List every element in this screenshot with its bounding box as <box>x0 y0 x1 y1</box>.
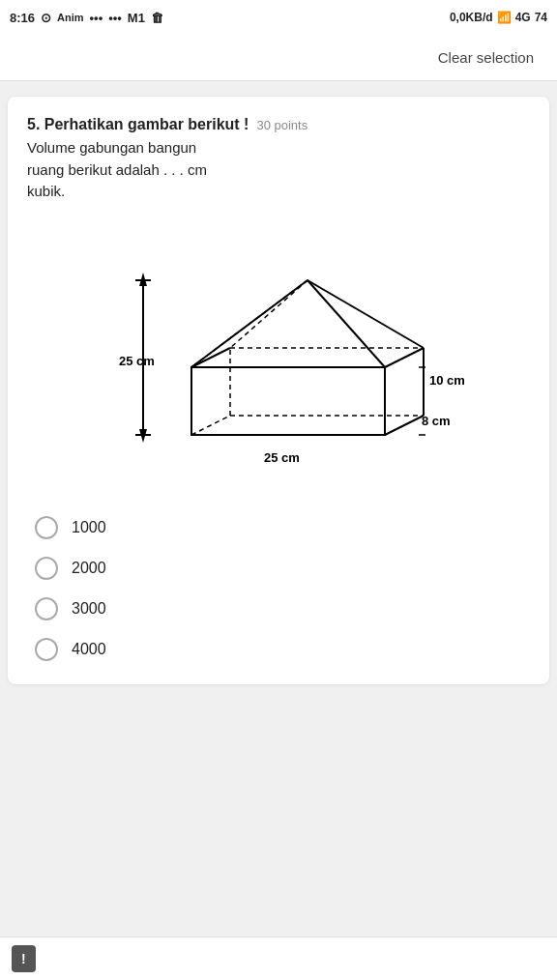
status-right: 0,0KB/d 📶 4G 74 <box>450 11 547 24</box>
svg-rect-9 <box>191 367 385 435</box>
radio-3000[interactable] <box>35 597 58 620</box>
radio-4000[interactable] <box>35 638 58 661</box>
svg-line-15 <box>308 280 385 367</box>
status-time: 8:16 <box>10 11 35 25</box>
separator <box>0 81 557 97</box>
status-icon-dots1: ••• <box>90 11 103 25</box>
question-title-text: Perhatikan gambar berikut ! <box>44 116 249 132</box>
svg-line-11 <box>385 416 424 435</box>
question-number: 5. <box>27 116 40 132</box>
help-button[interactable]: ! <box>12 945 36 972</box>
clear-selection-button[interactable]: Clear selection <box>430 45 542 70</box>
question-card: 5. Perhatikan gambar berikut ! 30 points… <box>8 97 549 684</box>
question-body-line1: Volume gabungan bangun <box>27 139 196 156</box>
status-icon-trash: 🗑 <box>151 11 163 25</box>
label-8cm: 8 cm <box>422 414 451 428</box>
option-label-1000: 1000 <box>72 519 106 536</box>
status-icon-m1: M1 <box>128 11 145 25</box>
question-body-line3: kubik. <box>27 183 65 199</box>
question-header: 5. Perhatikan gambar berikut ! 30 points <box>27 116 530 133</box>
status-icon-whatsapp: ⊙ <box>41 11 51 25</box>
geometry-diagram: 25 cm <box>114 222 443 493</box>
top-action-bar: Clear selection <box>0 35 557 81</box>
question-points: 30 points <box>256 118 308 132</box>
label-25cm-bottom: 25 cm <box>264 450 300 465</box>
svg-line-6 <box>191 416 230 435</box>
radio-1000[interactable] <box>35 516 58 539</box>
svg-line-13 <box>191 348 230 367</box>
option-item-2000[interactable]: 2000 <box>35 557 522 580</box>
status-network: 0,0KB/d <box>450 11 493 24</box>
radio-2000[interactable] <box>35 557 58 580</box>
question-body: Volume gabungan bangun ruang berikut ada… <box>27 137 530 203</box>
option-item-1000[interactable]: 1000 <box>35 516 522 539</box>
label-10cm: 10 cm <box>429 373 465 388</box>
question-number-title: 5. Perhatikan gambar berikut ! <box>27 116 249 133</box>
status-bar: 8:16 ⊙ Anim ••• ••• M1 🗑 0,0KB/d 📶 4G 74 <box>0 0 557 35</box>
diagram-container: 25 cm <box>27 222 530 493</box>
label-25cm-left: 25 cm <box>119 354 155 368</box>
option-item-4000[interactable]: 4000 <box>35 638 522 661</box>
option-label-2000: 2000 <box>72 560 106 577</box>
status-battery: 74 <box>535 11 547 24</box>
svg-line-17 <box>230 280 308 348</box>
status-signal-icon: 📶 <box>497 11 512 24</box>
status-carrier: 4G <box>515 11 531 24</box>
status-icon-dots2: ••• <box>108 11 122 25</box>
status-left: 8:16 ⊙ Anim ••• ••• M1 🗑 <box>10 11 163 25</box>
answer-options: 1000 2000 3000 4000 <box>27 516 530 661</box>
option-label-4000: 4000 <box>72 641 106 658</box>
question-body-line2: ruang berikut adalah . . . cm <box>27 161 207 178</box>
option-item-3000[interactable]: 3000 <box>35 597 522 620</box>
svg-line-10 <box>385 348 424 367</box>
bottom-bar: ! <box>0 937 557 980</box>
svg-line-18 <box>191 280 308 367</box>
option-label-3000: 3000 <box>72 600 106 618</box>
status-icon-anim: Anim <box>57 12 84 23</box>
svg-line-16 <box>308 280 424 348</box>
